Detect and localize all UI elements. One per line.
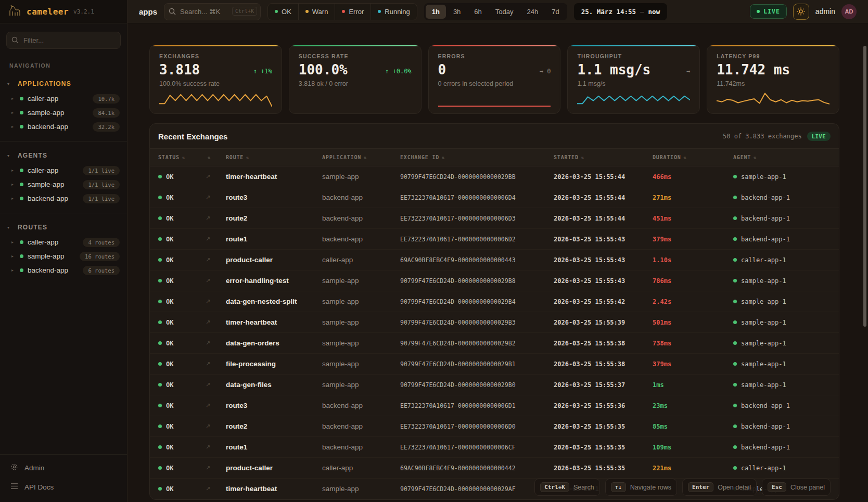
route-cell: product-caller <box>218 256 314 264</box>
expand-arrow-icon[interactable]: ↗ <box>199 236 218 242</box>
table-row[interactable]: OK↗route3backend-appEE7322370A10617-0000… <box>150 187 839 208</box>
sidebar-footer-admin[interactable]: Admin <box>10 463 117 473</box>
sort-icon: ⇅ <box>442 155 445 160</box>
kpi-label: EXCHANGES <box>159 53 272 59</box>
table-row[interactable]: OK↗route2backend-appEE7322370A10617-0000… <box>150 208 839 229</box>
table-row[interactable]: OK↗data-gen-orderssample-app90799F47E6CD… <box>150 333 839 354</box>
avatar[interactable]: AD <box>841 4 857 19</box>
route-cell: route1 <box>218 235 314 243</box>
table-row[interactable]: OK↗file-processingsample-app90799F47E6CD… <box>150 354 839 375</box>
expand-arrow-icon[interactable]: ↗ <box>199 381 218 388</box>
column-header-status[interactable]: STATUS⇅ <box>150 155 199 160</box>
status-filter-running[interactable]: Running <box>371 4 416 20</box>
status-cell: OK <box>150 485 199 493</box>
live-toggle[interactable]: LIVE <box>750 4 787 19</box>
column-header-duration[interactable]: DURATION⇅ <box>644 155 725 160</box>
application-cell: backend-app <box>314 422 392 430</box>
time-range-6h[interactable]: 6h <box>468 5 488 19</box>
table-row[interactable]: OK↗route1backend-appEE7322370A10617-0000… <box>150 229 839 250</box>
expand-arrow-icon[interactable]: ↗ <box>199 215 218 222</box>
table-row[interactable]: OK↗product-callercaller-app69AC90BF8EBC4… <box>150 250 839 271</box>
table-row[interactable]: OK↗timer-heartbeatsample-app90799F47E6CD… <box>150 166 839 187</box>
started-cell: 2026-03-25 15:55:35 <box>545 444 644 451</box>
sidebar-item-label: sample-app <box>28 109 65 117</box>
time-range-7d[interactable]: 7d <box>545 5 565 19</box>
agent-label: backend-app-1 <box>741 236 790 243</box>
expand-arrow-icon[interactable]: ↗ <box>199 444 218 450</box>
time-range-today[interactable]: Today <box>489 5 520 19</box>
sidebar-item-caller-app[interactable]: ▸caller-app1/1 live <box>0 163 127 177</box>
agent-dot-icon <box>733 341 737 345</box>
column-header-started[interactable]: STARTED⇅ <box>545 155 644 160</box>
status-dot-icon <box>20 254 23 258</box>
status-filter-warn[interactable]: Warn <box>298 4 335 20</box>
sidebar-item-badge: 10.7k <box>93 94 120 104</box>
column-header-route[interactable]: ROUTE⇅ <box>218 155 314 160</box>
expand-arrow-icon[interactable]: ↗ <box>199 256 218 263</box>
expand-arrow-icon[interactable]: ↗ <box>199 465 218 471</box>
column-header-agent[interactable]: AGENT⇅ <box>725 155 839 160</box>
section-header-applications[interactable]: ▾APPLICATIONS <box>0 78 127 92</box>
expand-arrow-icon[interactable]: ↗ <box>199 423 218 430</box>
expand-arrow-icon[interactable]: ↗ <box>199 194 218 201</box>
agent-cell: backend-app-1 <box>725 402 839 409</box>
expand-arrow-icon[interactable]: ↗ <box>199 277 218 284</box>
table-row[interactable]: OK↗data-gen-filessample-app90799F47E6CD2… <box>150 375 839 395</box>
expand-arrow-icon[interactable]: ↗ <box>199 298 218 305</box>
table-row[interactable]: OK↗timer-heartbeatsample-app90799F47E6CD… <box>150 312 839 333</box>
status-cell: OK <box>150 423 199 430</box>
section-header-agents[interactable]: ▾AGENTS <box>0 150 127 163</box>
started-cell: 2026-03-25 15:55:38 <box>545 340 644 347</box>
kpi-value-row: 3.818↑ +1% <box>159 63 272 76</box>
expand-arrow-icon[interactable]: ↗ <box>199 340 218 346</box>
table-row[interactable]: OK↗error-handling-testsample-app90799F47… <box>150 271 839 291</box>
status-filter-error[interactable]: Error <box>335 4 371 20</box>
sidebar-item-backend-app[interactable]: ▸backend-app1/1 live <box>0 191 127 205</box>
date-range-pill[interactable]: 25. März 14:55 — now <box>574 3 667 20</box>
column-header-application[interactable]: APPLICATION⇅ <box>314 155 392 160</box>
sidebar-footer-api-docs[interactable]: API Docs <box>10 482 117 492</box>
chevron-down-icon: ▾ <box>7 225 12 230</box>
route-cell: file-processing <box>218 360 314 368</box>
search-shortcut-kbd: Ctrl+K <box>232 7 257 16</box>
expand-arrow-icon[interactable]: ↗ <box>199 319 218 326</box>
expand-arrow-icon[interactable]: ↗ <box>199 173 218 180</box>
expand-arrow-icon[interactable]: ↗ <box>199 402 218 409</box>
sidebar: cameleer v3.2.1 NAVIGATION ▾APPLICATIONS… <box>0 0 127 502</box>
scrollbar-thumb[interactable] <box>863 46 866 327</box>
table-row[interactable]: OK↗route2backend-appEE7322370A10617-0000… <box>150 416 839 437</box>
agent-label: caller-app-1 <box>741 256 786 264</box>
sidebar-item-badge: 4 routes <box>83 238 120 247</box>
time-range-1h[interactable]: 1h <box>426 5 446 19</box>
sidebar-item-sample-app[interactable]: ▸sample-app1/1 live <box>0 177 127 191</box>
sidebar-item-backend-app[interactable]: ▸backend-app32.2k <box>0 120 127 134</box>
time-range-24h[interactable]: 24h <box>521 5 545 19</box>
table-row[interactable]: OK↗route1backend-appEE7322370A10617-0000… <box>150 437 839 458</box>
sidebar-filter-input[interactable] <box>6 32 121 49</box>
exchange-id-cell: 90799F47E6CD24D-00000000000029B1 <box>392 361 545 368</box>
time-range-3h[interactable]: 3h <box>447 5 467 19</box>
table-row[interactable]: OK↗data-gen-nested-splitsample-app90799F… <box>150 291 839 312</box>
theme-toggle-button[interactable] <box>793 4 809 20</box>
duration-cell: 501ms <box>644 319 725 326</box>
kpi-sparkline <box>577 89 690 108</box>
sidebar-item-backend-app[interactable]: ▸backend-app6 routes <box>0 263 127 277</box>
sidebar-item-caller-app[interactable]: ▸caller-app10.7k <box>0 92 127 106</box>
expand-arrow-icon[interactable]: ↗ <box>199 485 218 492</box>
duration-cell: 23ms <box>644 402 725 409</box>
agent-label: sample-app-1 <box>741 298 786 305</box>
table-row[interactable]: OK↗product-callercaller-app69AC90BF8EBC4… <box>150 458 839 479</box>
sidebar-item-sample-app[interactable]: ▸sample-app84.1k <box>0 106 127 120</box>
user-name: admin <box>815 7 835 16</box>
started-cell: 2026-03-25 15:55:42 <box>545 298 644 305</box>
sidebar-item-caller-app[interactable]: ▸caller-app4 routes <box>0 235 127 249</box>
column-header-expand[interactable]: ⇅ <box>199 155 218 160</box>
expand-arrow-icon[interactable]: ↗ <box>199 361 218 367</box>
started-cell: 2026-03-25 15:55:36 <box>545 402 644 409</box>
column-header-exchange-id[interactable]: EXCHANGE ID⇅ <box>392 155 545 160</box>
status-dot-icon <box>305 10 309 13</box>
table-row[interactable]: OK↗route3backend-appEE7322370A10617-0000… <box>150 395 839 416</box>
status-filter-ok[interactable]: OK <box>268 4 298 20</box>
sidebar-item-sample-app[interactable]: ▸sample-app16 routes <box>0 249 127 263</box>
section-header-routes[interactable]: ▾ROUTES <box>0 222 127 235</box>
